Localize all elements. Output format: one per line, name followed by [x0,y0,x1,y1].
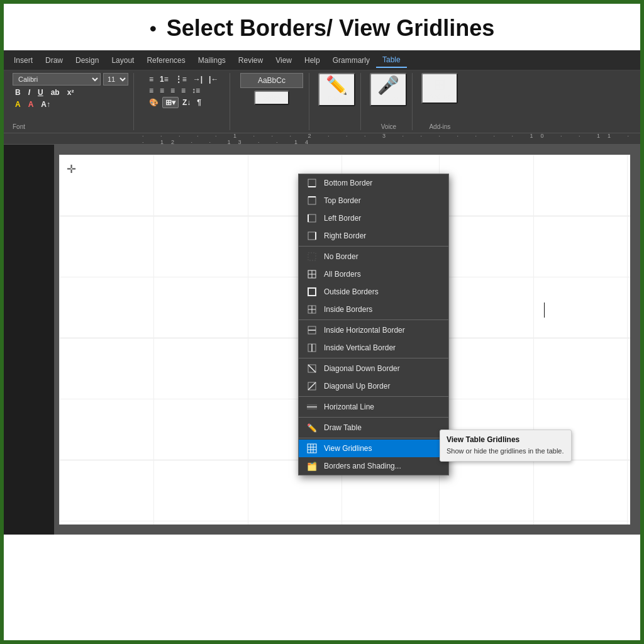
font-color-button[interactable]: A [26,99,36,109]
inside-vertical-icon [306,342,318,353]
no-border-icon [306,251,318,262]
font-size-select[interactable]: 11 [103,73,128,86]
menu-item-left-border[interactable]: Left Border [299,209,448,227]
indent-decrease-button[interactable]: |← [206,74,221,84]
justify-button[interactable]: ≡ [179,86,188,96]
title-area: • Select Borders/ View Gridlines [4,4,640,50]
sort-button[interactable]: Z↓ [180,97,193,108]
all-borders-label: All Borders [324,270,361,279]
editing-button[interactable]: ✏️ Editing [318,73,355,106]
tab-grammarly[interactable]: Grammarly [326,53,376,67]
menu-item-inside-borders[interactable]: Inside Borders [299,301,448,318]
left-border-label: Left Border [324,214,361,223]
bottom-border-icon [306,177,318,189]
borders-dropdown-button[interactable]: ⊞▾ [162,97,179,108]
add-ins-button[interactable]: ⊞ Add-ins [421,73,458,104]
tab-draw[interactable]: Draw [39,53,69,67]
highlight-button[interactable]: A [13,99,23,109]
tab-review[interactable]: Review [232,53,269,67]
bullet-point: • [150,17,157,40]
ribbon-tabs: Insert Draw Design Layout References Mai… [4,50,640,70]
tab-view[interactable]: View [269,53,298,67]
left-border-icon [306,213,318,224]
para-row-2: ≡ ≡ ≡ ≡ ↕≡ [147,86,221,96]
align-center-button[interactable]: ≡ [157,86,167,96]
underline-button[interactable]: U [35,87,46,97]
tooltip-body: Show or hide the gridlines in the table. [447,447,565,456]
svg-rect-27 [308,444,316,453]
list-bullet-button[interactable]: ≡ [147,74,156,84]
italic-button[interactable]: I [26,87,33,97]
font-size-increase[interactable]: A↑ [38,99,53,109]
editing-icon: ✏️ [326,77,348,94]
tab-table[interactable]: Table [376,53,407,68]
list-multi-button[interactable]: ⋮≡ [172,74,189,84]
menu-item-no-border[interactable]: No Border [299,248,448,265]
font-name-select[interactable]: Calibri [13,73,101,86]
bold-button[interactable]: B [13,87,23,97]
top-border-icon [306,195,318,206]
microphone-icon: 🎤 [377,77,399,94]
doc-page[interactable]: ✛ C Offic [59,155,630,525]
tab-references[interactable]: References [140,53,191,67]
line-spacing-button[interactable]: ↕≡ [189,86,203,96]
dictate-button[interactable]: 🎤 Dictate [370,73,407,106]
tab-help[interactable]: Help [298,53,326,67]
align-left-button[interactable]: ≡ [147,86,156,96]
view-gridlines-icon [306,443,318,454]
horizontal-line-label: Horizontal Line [324,402,374,411]
menu-item-borders-shading[interactable]: 🗂️ Borders and Shading... [299,457,448,475]
no-border-label: No Border [324,252,358,261]
para-buttons: ≡ 1≡ ⋮≡ →| |← ≡ ≡ ≡ ≡ ↕≡ 🎨 ⊞▾ Z↓ [143,73,225,109]
menu-item-inside-horizontal[interactable]: Inside Horizontal Border [299,321,448,339]
align-right-button[interactable]: ≡ [168,86,177,96]
list-number-button[interactable]: 1≡ [157,74,171,84]
add-ins-label: Add-ins [429,93,450,100]
indent-increase-button[interactable]: →| [191,74,205,84]
tab-design[interactable]: Design [69,53,105,67]
svg-line-23 [308,382,316,390]
menu-item-horizontal-line[interactable]: Horizontal Line [299,398,448,416]
svg-line-21 [308,365,316,372]
menu-item-diagonal-up[interactable]: Diagonal Up Border [299,377,448,395]
menu-item-top-border[interactable]: Top Border [299,192,448,209]
strikethrough-button[interactable]: ab [48,87,62,97]
tab-mailings[interactable]: Mailings [192,53,232,67]
tab-insert[interactable]: Insert [8,53,39,67]
inside-vertical-label: Inside Vertical Border [324,343,396,352]
tab-layout[interactable]: Layout [105,53,140,67]
styles-group: AaBbCc Styles [234,73,309,130]
font-controls: Calibri 11 B I U ab x² A A A↑ [13,73,128,109]
document-area: ✛ C Offic [4,145,640,535]
menu-item-view-gridlines[interactable]: View Gridlines [299,440,448,457]
superscript-button[interactable]: x² [65,87,77,97]
all-borders-icon [306,269,318,280]
menu-item-bottom-border[interactable]: Bottom Border [299,174,448,192]
divider-6 [299,438,448,438]
menu-item-outside-borders[interactable]: Outside Borders [299,283,448,301]
svg-rect-4 [308,214,316,222]
horizontal-line-icon [306,401,318,413]
svg-rect-8 [308,253,316,260]
divider-5 [299,417,448,418]
pilcrow-button[interactable]: ¶ [194,97,204,108]
ruler: · · · · · 1 · · · 2 · · · 3 · · · · · · … [4,133,640,145]
shading-button[interactable]: 🎨 [147,97,161,108]
menu-item-diagonal-down[interactable]: Diagonal Down Border [299,360,448,377]
paragraph-group: ≡ 1≡ ⋮≡ →| |← ≡ ≡ ≡ ≡ ↕≡ 🎨 ⊞▾ Z↓ [138,73,230,130]
styles-label: Styles [263,94,280,101]
tooltip-box: View Table Gridlines Show or hide the gr… [440,430,572,462]
borders-dropdown-menu: Bottom Border Top Border Left Border [298,174,449,475]
menu-item-draw-table[interactable]: ✏️ Draw Table [299,419,448,436]
draw-table-label: Draw Table [324,423,362,432]
menu-item-all-borders[interactable]: All Borders [299,265,448,283]
menu-item-inside-vertical[interactable]: Inside Vertical Border [299,339,448,357]
font-group-label: Font [13,122,25,130]
menu-item-right-border[interactable]: Right Border [299,227,448,245]
styles-button[interactable]: Styles [254,91,289,105]
ribbon-toolbar: Calibri 11 B I U ab x² A A A↑ [4,70,640,133]
svg-rect-12 [308,288,316,296]
svg-rect-2 [308,197,316,204]
font-format-row: B I U ab x² [13,87,76,97]
borders-shading-label: Borders and Shading... [324,462,401,470]
